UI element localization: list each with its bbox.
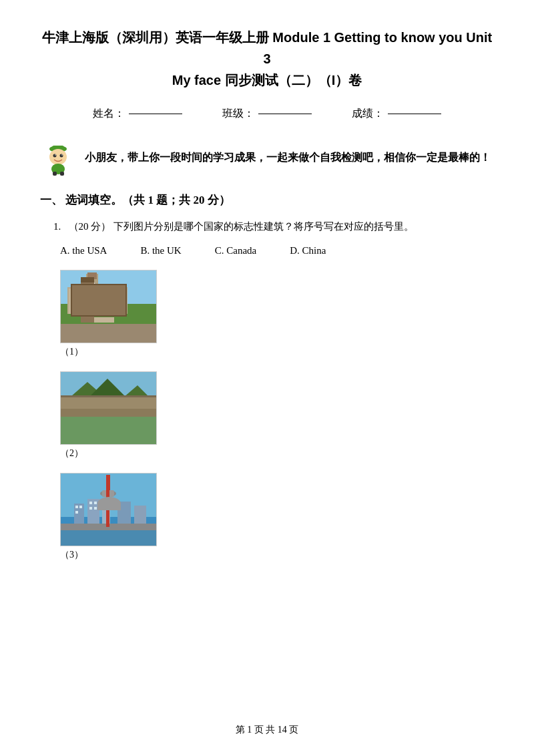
svg-rect-24 [81,317,114,323]
title-line2: My face 同步测试（二）（I）卷 [40,69,494,91]
svg-rect-36 [107,399,113,404]
svg-rect-30 [61,403,157,405]
svg-rect-9 [60,172,64,176]
svg-rect-39 [134,399,139,404]
svg-rect-54 [117,502,131,524]
svg-marker-43 [74,399,85,412]
svg-rect-29 [61,404,157,412]
svg-rect-19 [79,294,85,301]
svg-rect-56 [75,506,78,508]
landmark-image-1 [60,270,157,343]
question1-text: 1. （20 分） 下列图片分别是哪个国家的标志性建筑？将序号写在对应的括号里。 [53,218,494,236]
svg-point-17 [89,282,95,289]
mascot-icon [40,140,77,176]
svg-rect-53 [102,507,110,524]
svg-rect-16 [87,272,97,279]
svg-rect-50 [102,490,114,497]
svg-rect-31 [64,399,69,404]
svg-rect-32 [73,399,78,404]
image-item-3: （3） [60,473,494,561]
image-label-3: （3） [60,549,157,561]
section1-title: 一、 选词填空。（共 1 题；共 20 分） [40,192,494,208]
svg-rect-61 [94,502,97,504]
svg-rect-20 [101,294,106,301]
svg-rect-37 [116,399,121,404]
mascot-row: 小朋友，带上你一段时间的学习成果，一起来做个自我检测吧，相信你一定是最棒的！ [40,140,494,176]
question-number: 1. [53,221,61,232]
image-item-1: （1） [60,270,494,358]
svg-rect-18 [71,294,76,301]
svg-point-3 [53,154,57,158]
option-b: B. the UK [140,245,181,256]
svg-rect-33 [81,399,87,404]
landmark-image-2 [60,371,157,445]
svg-rect-58 [79,506,82,508]
svg-rect-22 [118,294,123,301]
question-description: 下列图片分别是哪个国家的标志性建筑？将序号写在对应的括号里。 [113,221,414,232]
svg-marker-44 [127,397,138,412]
svg-rect-42 [61,412,157,445]
landmark-image-3 [60,473,157,546]
score-input[interactable] [388,114,441,114]
score-label: 成绩： [352,107,384,121]
svg-rect-57 [75,511,78,514]
svg-rect-52 [87,499,99,524]
image-label-1: （1） [60,346,157,358]
class-field: 班级： [222,107,312,121]
svg-rect-59 [89,502,92,504]
score-field: 成绩： [352,107,441,121]
name-input[interactable] [129,114,182,114]
question1-block: 1. （20 分） 下列图片分别是哪个国家的标志性建筑？将序号写在对应的括号里。… [53,218,494,561]
title-line1: 牛津上海版（深圳用）英语一年级上册 Module 1 Getting to kn… [40,27,494,69]
svg-rect-13 [67,287,127,317]
svg-rect-8 [53,172,57,176]
svg-rect-47 [61,524,157,530]
svg-point-5 [55,154,56,156]
svg-rect-62 [94,507,97,510]
svg-rect-14 [69,289,126,317]
svg-rect-21 [109,294,115,301]
class-input[interactable] [258,114,312,114]
svg-point-2 [49,149,67,165]
svg-rect-41 [151,399,156,404]
image-item-2: （2） [60,371,494,459]
form-row: 姓名： 班级： 成绩： [40,107,494,121]
option-a: A. the USA [60,245,107,256]
svg-rect-60 [89,507,92,510]
svg-point-4 [60,154,63,158]
options-row: A. the USA B. the UK C. Canada D. China [60,245,494,256]
svg-rect-35 [99,399,104,404]
name-field: 姓名： [93,107,182,121]
svg-rect-40 [142,399,148,404]
mascot-text: 小朋友，带上你一段时间的学习成果，一起来做个自我检测吧，相信你一定是最棒的！ [85,151,491,165]
class-label: 班级： [222,107,254,121]
svg-rect-34 [90,399,95,404]
images-block: （1） [60,270,494,561]
question-score: （20 分） [69,221,111,232]
name-label: 姓名： [93,107,125,121]
svg-rect-55 [134,506,146,524]
image-label-2: （2） [60,447,157,459]
option-d: D. China [290,245,326,256]
footer-text: 第 1 页 共 14 页 [0,724,534,736]
svg-rect-38 [125,399,130,404]
option-c: C. Canada [215,245,257,256]
svg-rect-15 [86,274,98,317]
svg-rect-10 [61,270,157,304]
svg-point-6 [61,154,63,156]
